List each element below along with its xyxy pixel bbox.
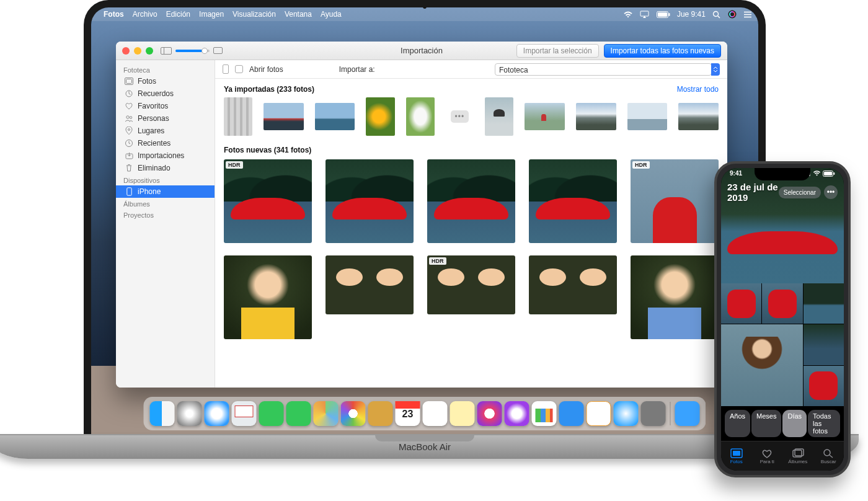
sidebar-item-favoritos[interactable]: Favoritos bbox=[116, 100, 215, 112]
thumb[interactable] bbox=[326, 255, 414, 314]
sidebar: Fototeca Fotos Recuerdos Favoritos Perso… bbox=[116, 60, 215, 388]
fullscreen-button[interactable] bbox=[146, 47, 153, 55]
thumb[interactable] bbox=[264, 103, 304, 130]
dock-contacts[interactable] bbox=[368, 401, 393, 426]
iphone-thumb[interactable] bbox=[721, 324, 803, 406]
dock-finder[interactable] bbox=[150, 401, 175, 426]
seg-todas[interactable]: Todas las fotos bbox=[808, 410, 840, 437]
import-to-select[interactable]: Fototeca bbox=[495, 63, 720, 76]
more-thumbs[interactable]: ••• bbox=[451, 110, 469, 123]
thumb[interactable] bbox=[678, 103, 719, 130]
dock-preferences[interactable] bbox=[641, 401, 666, 426]
thumb[interactable] bbox=[224, 97, 252, 136]
battery-icon[interactable] bbox=[657, 11, 670, 18]
menu-imagen[interactable]: Imagen bbox=[199, 10, 224, 19]
iphone-select-button[interactable]: Seleccionar bbox=[779, 187, 821, 198]
thumb[interactable] bbox=[525, 103, 565, 130]
search-icon[interactable] bbox=[712, 11, 720, 19]
clock[interactable]: Jue 9:41 bbox=[677, 10, 706, 19]
airplay-icon[interactable] bbox=[640, 11, 649, 18]
import-selection-button[interactable]: Importar la selección bbox=[516, 44, 599, 58]
menu-archivo[interactable]: Archivo bbox=[133, 10, 157, 19]
tab-fotos[interactable]: Fotos bbox=[721, 441, 752, 471]
seg-meses[interactable]: Meses bbox=[751, 410, 781, 437]
menu-visualizacion[interactable]: Visualización bbox=[232, 10, 276, 19]
trash-icon bbox=[125, 164, 133, 172]
tab-albumes[interactable]: Álbumes bbox=[782, 441, 813, 471]
thumb[interactable] bbox=[485, 97, 513, 136]
sidebar-item-personas[interactable]: Personas bbox=[116, 112, 215, 125]
thumb[interactable] bbox=[406, 97, 435, 136]
sidebar-item-recuerdos[interactable]: Recuerdos bbox=[116, 87, 215, 100]
thumb[interactable] bbox=[631, 255, 719, 339]
thumb[interactable] bbox=[529, 159, 617, 243]
thumbnail-zoom-slider[interactable] bbox=[175, 50, 210, 52]
menu-ayuda[interactable]: Ayuda bbox=[321, 10, 342, 19]
iphone-segment-control: Años Meses Días Todas las fotos bbox=[721, 406, 844, 441]
tab-para-ti[interactable]: Para ti bbox=[752, 441, 783, 471]
thumb[interactable]: HDR bbox=[427, 255, 515, 314]
thumb[interactable] bbox=[427, 159, 515, 243]
wifi-icon bbox=[813, 171, 821, 176]
dock-maps[interactable] bbox=[314, 401, 339, 426]
thumb[interactable] bbox=[627, 103, 668, 130]
dock-downloads[interactable] bbox=[675, 401, 700, 426]
dock-calendar[interactable] bbox=[396, 401, 420, 426]
dock-facetime[interactable] bbox=[286, 401, 311, 426]
menu-ventana[interactable]: Ventana bbox=[285, 10, 312, 19]
siri-icon[interactable] bbox=[728, 10, 737, 19]
show-all-link[interactable]: Mostrar todo bbox=[677, 85, 719, 94]
close-button[interactable] bbox=[122, 47, 130, 55]
dock-appstore[interactable] bbox=[614, 401, 639, 426]
iphone-thumb[interactable] bbox=[721, 283, 761, 324]
app-name[interactable]: Fotos bbox=[104, 10, 124, 19]
iphone-hero-photo[interactable]: 23 de jul de 2019 Seleccionar ••• bbox=[721, 168, 844, 283]
tab-buscar[interactable]: Buscar bbox=[813, 441, 844, 471]
thumb[interactable] bbox=[224, 255, 312, 339]
sidebar-item-importaciones[interactable]: Importaciones bbox=[116, 149, 215, 162]
dock-safari[interactable] bbox=[205, 401, 229, 426]
thumb[interactable] bbox=[366, 97, 394, 136]
thumb[interactable]: HDR bbox=[631, 159, 719, 243]
import-main: Abrir fotos Importar a: Fototeca bbox=[215, 60, 727, 388]
thumb[interactable] bbox=[576, 103, 616, 130]
dock-podcasts[interactable] bbox=[505, 401, 529, 426]
dock-numbers[interactable] bbox=[532, 401, 557, 426]
dock-photos[interactable] bbox=[341, 401, 366, 426]
iphone-thumb[interactable] bbox=[804, 324, 844, 365]
seg-anos[interactable]: Años bbox=[725, 410, 750, 437]
iphone-more-button[interactable]: ••• bbox=[824, 185, 838, 199]
iphone-thumb[interactable] bbox=[804, 283, 844, 324]
iphone-thumb[interactable] bbox=[804, 366, 844, 406]
sidebar-toggle-icon[interactable] bbox=[161, 47, 172, 55]
macos-desktop: Fotos Archivo Edición Imagen Visualizaci… bbox=[91, 7, 758, 434]
thumb[interactable]: HDR bbox=[224, 159, 312, 243]
import-all-new-button[interactable]: Importar todas las fotos nuevas bbox=[604, 44, 721, 58]
dock-keynote[interactable] bbox=[559, 401, 584, 426]
dock-mail[interactable] bbox=[232, 401, 257, 426]
dock-launchpad[interactable] bbox=[177, 401, 202, 426]
aspect-icon[interactable] bbox=[213, 47, 223, 54]
thumb[interactable] bbox=[529, 255, 617, 314]
sidebar-item-eliminado[interactable]: Eliminado bbox=[116, 162, 215, 174]
seg-dias[interactable]: Días bbox=[782, 410, 807, 437]
dock-notes[interactable] bbox=[450, 401, 475, 426]
sidebar-item-fotos[interactable]: Fotos bbox=[116, 75, 215, 87]
open-photos-checkbox[interactable] bbox=[235, 65, 243, 73]
minimize-button[interactable] bbox=[134, 47, 141, 55]
thumb[interactable] bbox=[315, 103, 355, 130]
sidebar-item-iphone[interactable]: iPhone bbox=[116, 185, 215, 198]
label: Favoritos bbox=[138, 102, 168, 110]
import-content[interactable]: Ya importadas (233 fotos) Mostrar todo •… bbox=[215, 79, 727, 388]
sidebar-item-recientes[interactable]: Recientes bbox=[116, 137, 215, 149]
menu-edicion[interactable]: Edición bbox=[166, 10, 190, 19]
dock-pages[interactable] bbox=[587, 401, 611, 426]
dock-music[interactable] bbox=[477, 401, 502, 426]
wifi-icon[interactable] bbox=[623, 11, 633, 18]
sidebar-item-lugares[interactable]: Lugares bbox=[116, 125, 215, 137]
dock-reminders[interactable] bbox=[423, 401, 448, 426]
notification-center-icon[interactable] bbox=[743, 11, 752, 18]
thumb[interactable] bbox=[326, 159, 414, 243]
iphone-thumb[interactable] bbox=[762, 283, 802, 324]
dock-messages[interactable] bbox=[259, 401, 284, 426]
